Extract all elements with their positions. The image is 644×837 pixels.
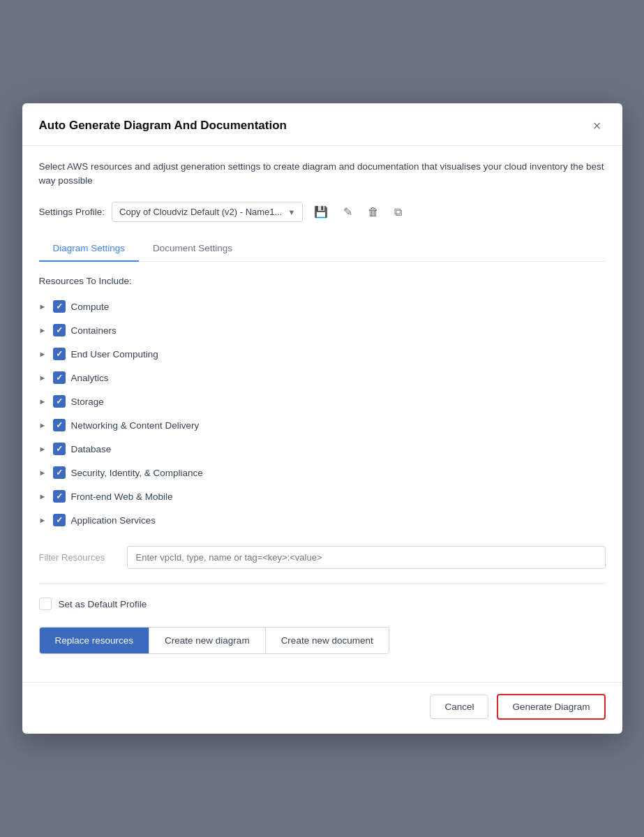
list-item: ► Containers bbox=[39, 318, 606, 342]
edit-icon: ✎ bbox=[343, 206, 352, 218]
copy-profile-button[interactable]: ⧉ bbox=[390, 203, 406, 221]
default-profile-checkbox[interactable] bbox=[39, 598, 52, 610]
modal-overlay: Auto Generate Diagram And Documentation … bbox=[0, 0, 644, 837]
resource-label: Analytics bbox=[71, 373, 109, 383]
expand-arrow-icon[interactable]: ► bbox=[39, 421, 47, 429]
close-button[interactable]: × bbox=[589, 117, 606, 134]
action-buttons-group: Replace resources Create new diagram Cre… bbox=[39, 627, 389, 654]
expand-arrow-icon[interactable]: ► bbox=[39, 397, 47, 406]
create-new-diagram-button[interactable]: Create new diagram bbox=[149, 628, 265, 653]
list-item: ► End User Computing bbox=[39, 342, 606, 366]
resource-label: Front-end Web & Mobile bbox=[71, 491, 173, 502]
list-item: ► Networking & Content Delivery bbox=[39, 413, 606, 437]
modal-body: Select AWS resources and adjust generati… bbox=[22, 146, 622, 683]
save-profile-button[interactable]: 💾 bbox=[310, 202, 332, 221]
create-new-document-button[interactable]: Create new document bbox=[265, 628, 389, 653]
database-checkbox[interactable] bbox=[53, 443, 66, 455]
divider bbox=[39, 583, 606, 584]
expand-arrow-icon[interactable]: ► bbox=[39, 350, 47, 358]
expand-arrow-icon[interactable]: ► bbox=[39, 302, 47, 311]
expand-arrow-icon[interactable]: ► bbox=[39, 326, 47, 334]
list-item: ► Application Services bbox=[39, 508, 606, 532]
delete-profile-button[interactable]: 🗑 bbox=[364, 203, 383, 221]
trash-icon: 🗑 bbox=[368, 206, 379, 218]
compute-checkbox[interactable] bbox=[53, 300, 66, 313]
networking-checkbox[interactable] bbox=[53, 419, 66, 431]
resources-title: Resources To Include: bbox=[39, 276, 606, 286]
security-checkbox[interactable] bbox=[53, 466, 66, 479]
expand-arrow-icon[interactable]: ► bbox=[39, 373, 47, 382]
cancel-button[interactable]: Cancel bbox=[430, 695, 488, 719]
filter-input[interactable] bbox=[127, 546, 606, 569]
frontend-checkbox[interactable] bbox=[53, 490, 66, 503]
modal-dialog: Auto Generate Diagram And Documentation … bbox=[22, 103, 622, 734]
expand-arrow-icon[interactable]: ► bbox=[39, 516, 47, 524]
storage-checkbox[interactable] bbox=[53, 395, 66, 408]
list-item: ► Front-end Web & Mobile bbox=[39, 484, 606, 508]
resources-section: Resources To Include: ► Compute ► Contai… bbox=[39, 276, 606, 532]
resource-label: Compute bbox=[71, 302, 110, 312]
list-item: ► Security, Identity, & Compliance bbox=[39, 461, 606, 484]
chevron-down-icon: ▼ bbox=[287, 208, 295, 216]
filter-label: Filter Resources bbox=[39, 552, 116, 563]
tab-document-settings[interactable]: Document Settings bbox=[139, 236, 246, 262]
expand-arrow-icon[interactable]: ► bbox=[39, 492, 47, 501]
resource-label: Networking & Content Delivery bbox=[71, 420, 200, 431]
settings-profile-row: Settings Profile: Copy of Cloudviz Defau… bbox=[39, 202, 606, 222]
modal-title: Auto Generate Diagram And Documentation bbox=[39, 119, 287, 133]
generate-diagram-button[interactable]: Generate Diagram bbox=[497, 694, 605, 720]
modal-description: Select AWS resources and adjust generati… bbox=[39, 160, 606, 188]
tab-diagram-settings[interactable]: Diagram Settings bbox=[39, 236, 140, 262]
end-user-computing-checkbox[interactable] bbox=[53, 348, 66, 360]
modal-footer: Cancel Generate Diagram bbox=[22, 682, 622, 734]
copy-icon: ⧉ bbox=[394, 206, 402, 218]
analytics-checkbox[interactable] bbox=[53, 371, 66, 384]
profile-select-dropdown[interactable]: Copy of Cloudviz Default (v2) - Name1...… bbox=[112, 202, 303, 222]
profile-select-value: Copy of Cloudviz Default (v2) - Name1... bbox=[119, 207, 282, 217]
containers-checkbox[interactable] bbox=[53, 324, 66, 336]
resource-label: End User Computing bbox=[71, 349, 158, 360]
replace-resources-button[interactable]: Replace resources bbox=[40, 628, 149, 653]
list-item: ► Analytics bbox=[39, 366, 606, 390]
default-profile-label: Set as Default Profile bbox=[59, 599, 147, 609]
default-profile-row: Set as Default Profile bbox=[39, 595, 606, 610]
resource-label: Storage bbox=[71, 397, 104, 407]
tabs-container: Diagram Settings Document Settings bbox=[39, 236, 606, 262]
list-item: ► Database bbox=[39, 437, 606, 461]
resource-label: Database bbox=[71, 444, 112, 454]
resource-label: Containers bbox=[71, 325, 117, 336]
expand-arrow-icon[interactable]: ► bbox=[39, 445, 47, 453]
app-services-checkbox[interactable] bbox=[53, 514, 66, 526]
list-item: ► Compute bbox=[39, 295, 606, 318]
resource-label: Security, Identity, & Compliance bbox=[71, 468, 203, 478]
settings-profile-label: Settings Profile: bbox=[39, 207, 105, 217]
resource-label: Application Services bbox=[71, 515, 156, 526]
filter-row: Filter Resources bbox=[39, 546, 606, 569]
edit-profile-button[interactable]: ✎ bbox=[339, 202, 357, 221]
expand-arrow-icon[interactable]: ► bbox=[39, 468, 47, 477]
list-item: ► Storage bbox=[39, 390, 606, 413]
save-icon: 💾 bbox=[314, 206, 328, 218]
modal-header: Auto Generate Diagram And Documentation … bbox=[22, 103, 622, 146]
